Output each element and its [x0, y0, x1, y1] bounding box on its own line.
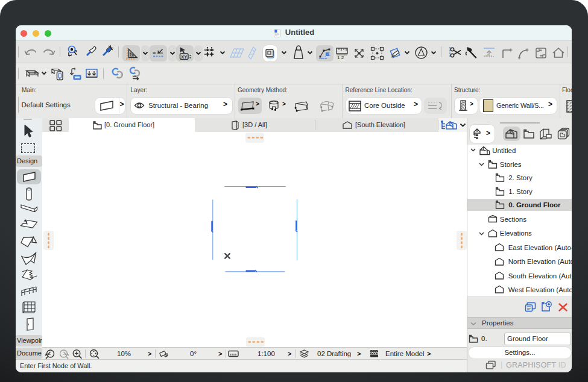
svg-text:1 2: 1 2 [337, 55, 344, 60]
svg-text:XY: XY [181, 54, 187, 60]
